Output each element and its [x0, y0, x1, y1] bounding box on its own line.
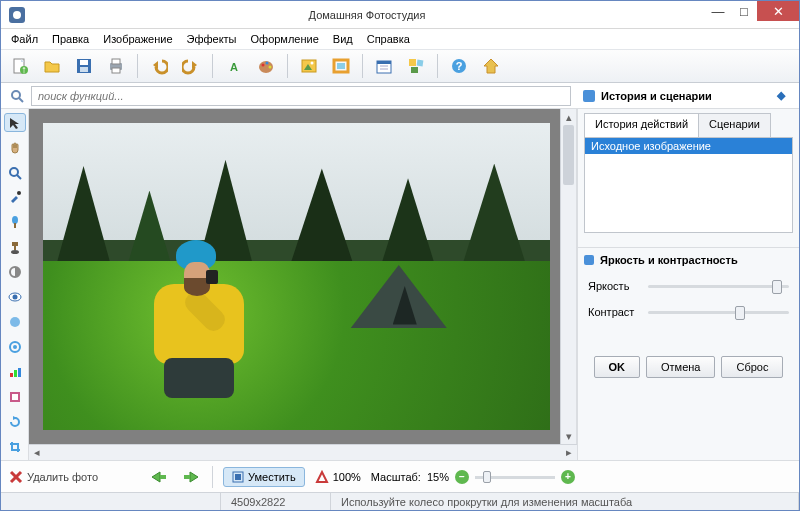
new-file-icon[interactable]: ↑ [7, 53, 33, 79]
menu-decoration[interactable]: Оформление [245, 31, 325, 47]
menu-view[interactable]: Вид [327, 31, 359, 47]
menu-edit[interactable]: Правка [46, 31, 95, 47]
history-item[interactable]: Исходное изображение [585, 138, 792, 154]
pointer-tool-icon[interactable] [4, 113, 26, 132]
scroll-down-icon[interactable]: ▾ [561, 428, 576, 444]
zoom-tool-icon[interactable] [4, 163, 26, 182]
search-row: История и сценарии ◆ [1, 83, 799, 109]
rotate-tool-icon[interactable] [4, 412, 26, 431]
prev-photo-button[interactable] [148, 467, 170, 487]
sharpen-tool-icon[interactable] [4, 337, 26, 356]
cancel-button[interactable]: Отмена [646, 356, 715, 378]
fit-icon [232, 471, 244, 483]
scroll-left-icon[interactable]: ◂ [29, 445, 45, 461]
collage-icon[interactable] [403, 53, 429, 79]
close-button[interactable]: ✕ [757, 1, 799, 21]
svg-rect-36 [583, 90, 595, 102]
menu-help[interactable]: Справка [361, 31, 416, 47]
print-icon[interactable] [103, 53, 129, 79]
calendar-icon[interactable] [371, 53, 397, 79]
levels-tool-icon[interactable] [4, 362, 26, 381]
tab-history[interactable]: История действий [584, 113, 699, 137]
menu-effects[interactable]: Эффекты [181, 31, 243, 47]
svg-rect-52 [10, 373, 13, 377]
svg-marker-37 [10, 118, 19, 129]
reset-button[interactable]: Сброс [721, 356, 783, 378]
history-list[interactable]: Исходное изображение [584, 137, 793, 233]
save-disk-icon[interactable] [71, 53, 97, 79]
svg-point-1 [13, 11, 21, 19]
contrast-label: Контраст [588, 306, 640, 318]
menu-bar: Файл Правка Изображение Эффекты Оформлен… [1, 29, 799, 49]
color-picker-icon[interactable] [4, 188, 26, 207]
svg-point-49 [10, 317, 20, 327]
svg-rect-43 [12, 242, 18, 246]
status-dimensions: 4509x2822 [221, 493, 331, 510]
delete-photo-button[interactable]: Удалить фото [9, 470, 98, 484]
redo-icon[interactable] [178, 53, 204, 79]
section-icon [584, 255, 594, 265]
svg-rect-61 [160, 475, 166, 479]
zoom-out-button[interactable]: − [455, 470, 469, 484]
text-tool-icon[interactable]: A [221, 53, 247, 79]
brush-tool-icon[interactable] [4, 213, 26, 232]
scroll-up-icon[interactable]: ▴ [561, 109, 576, 125]
contrast-slider[interactable] [648, 304, 789, 320]
window-title: Домашняя Фотостудия [29, 9, 705, 21]
picture-icon[interactable] [296, 53, 322, 79]
app-icon [5, 3, 29, 27]
home-icon[interactable] [478, 53, 504, 79]
svg-rect-30 [411, 67, 418, 73]
crop-tool-icon[interactable] [4, 437, 26, 456]
svg-rect-25 [377, 61, 391, 64]
brightness-label: Яркость [588, 280, 640, 292]
svg-point-18 [269, 66, 272, 69]
brightness-slider[interactable] [648, 278, 789, 294]
fit-button[interactable]: Уместить [223, 467, 305, 487]
svg-marker-60 [152, 472, 160, 482]
eye-correction-icon[interactable] [4, 288, 26, 307]
svg-marker-66 [317, 472, 327, 482]
svg-rect-10 [112, 59, 120, 64]
maximize-button[interactable]: □ [731, 1, 757, 21]
minimize-button[interactable]: — [705, 1, 731, 21]
zoom-slider[interactable] [475, 470, 555, 484]
scroll-right-icon[interactable]: ▸ [561, 445, 577, 461]
tab-scenarios[interactable]: Сценарии [698, 113, 771, 137]
svg-line-39 [17, 175, 21, 179]
vertical-scrollbar[interactable]: ▴ ▾ [560, 109, 576, 444]
history-panel-title: История и сценарии ◆ [575, 89, 793, 102]
hand-tool-icon[interactable] [4, 138, 26, 157]
svg-point-21 [311, 62, 314, 65]
next-photo-button[interactable] [180, 467, 202, 487]
brightness-section-title: Яркость и контрастность [600, 254, 738, 266]
svg-point-16 [262, 64, 265, 67]
history-tabs: История действий Сценарии [584, 113, 793, 137]
search-icon [7, 86, 27, 106]
horizontal-scrollbar[interactable]: ◂ ▸ [29, 444, 577, 460]
svg-rect-23 [337, 63, 345, 69]
canvas-area[interactable]: ▴ ▾ [29, 109, 577, 444]
dodge-tool-icon[interactable] [4, 263, 26, 282]
menu-file[interactable]: Файл [5, 31, 44, 47]
picture-frame-icon[interactable] [328, 53, 354, 79]
delete-icon [9, 470, 23, 484]
help-icon[interactable]: ? [446, 53, 472, 79]
zoom-100-label[interactable]: 100% [315, 470, 361, 484]
menu-image[interactable]: Изображение [97, 31, 178, 47]
palette-icon[interactable] [253, 53, 279, 79]
blur-tool-icon[interactable] [4, 313, 26, 332]
collapse-icon[interactable]: ◆ [777, 89, 785, 102]
svg-point-40 [17, 191, 21, 195]
main-toolbar: ↑ A ? [1, 49, 799, 83]
ok-button[interactable]: OK [594, 356, 641, 378]
zoom-in-button[interactable]: + [561, 470, 575, 484]
clone-stamp-icon[interactable] [4, 238, 26, 257]
history-icon [583, 90, 595, 102]
scrollbar-thumb[interactable] [563, 125, 574, 185]
search-input[interactable] [31, 86, 571, 106]
open-folder-icon[interactable] [39, 53, 65, 79]
undo-icon[interactable] [146, 53, 172, 79]
filters-tool-icon[interactable] [4, 387, 26, 406]
svg-rect-11 [112, 68, 120, 73]
